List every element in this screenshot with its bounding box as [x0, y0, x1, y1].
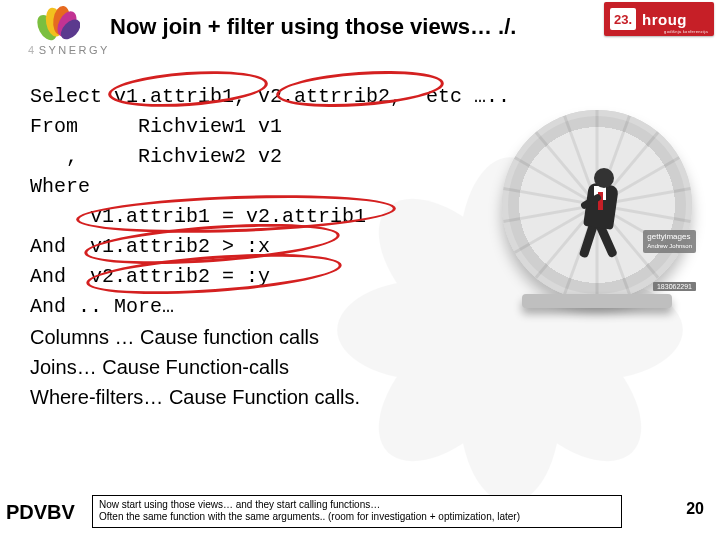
- synergy-prefix: 4: [28, 44, 37, 56]
- sql-line-where: Where: [30, 172, 590, 202]
- stock-watermark: gettyimagesAndrew Johnson: [643, 230, 696, 253]
- note-where: Where-filters… Cause Function calls.: [30, 382, 590, 412]
- hroug-badge-number: 23.: [610, 8, 636, 30]
- footer-note-box: Now start using those views… and they st…: [92, 495, 622, 528]
- hroug-badge: 23. hroug godišnja konferencija: [604, 2, 714, 36]
- sql-line-join: v1.attrib1 = v2.attrib1: [30, 202, 590, 232]
- hroug-badge-sub: godišnja konferencija: [664, 29, 708, 34]
- stock-id: 183062291: [653, 282, 696, 291]
- page-number: 20: [686, 500, 704, 518]
- hroug-badge-text: hroug: [642, 11, 687, 28]
- sql-line-and1: And v1.attrib2 > :x: [30, 232, 590, 262]
- sql-block: Select v1.attrib1, v2.attrrib2, etc ….. …: [30, 82, 590, 412]
- note-joins: Joins… Cause Function-calls: [30, 352, 590, 382]
- synergy-wordmark: 4SYNERGY: [28, 44, 110, 56]
- slide-header: 4SYNERGY Now join + filter using those v…: [0, 0, 720, 58]
- footer-note-line: Often the same function with the same ar…: [99, 511, 615, 523]
- sql-line-select: Select v1.attrib1, v2.attrrib2, etc …..: [30, 82, 590, 112]
- sql-line-more: And .. More…: [30, 292, 590, 322]
- sql-line-and2: And v2.attrib2 = :y: [30, 262, 590, 292]
- sql-line-from: From Richview1 v1: [30, 112, 590, 142]
- synergy-text: SYNERGY: [39, 44, 110, 56]
- note-columns: Columns … Cause function calls: [30, 322, 590, 352]
- slide-footer: PDVBV Now start using those views… and t…: [0, 488, 720, 532]
- slide-title: Now join + filter using those views… ./.: [110, 14, 516, 40]
- synergy-flower-icon: [34, 4, 80, 44]
- footer-note-line: Now start using those views… and they st…: [99, 499, 615, 511]
- sql-line-from2: , Richview2 v2: [30, 142, 590, 172]
- footer-brand: PDVBV: [6, 501, 75, 524]
